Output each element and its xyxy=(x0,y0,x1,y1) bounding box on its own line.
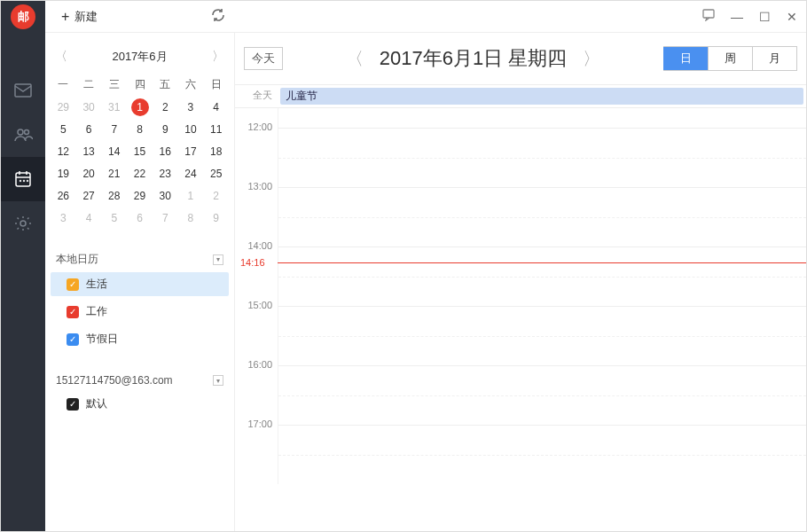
minical-day[interactable]: 8 xyxy=(127,118,153,140)
calendar-label: 生活 xyxy=(86,277,107,292)
minical-day[interactable]: 2 xyxy=(153,96,178,118)
minimize-button[interactable]: — xyxy=(731,10,743,24)
minical-day[interactable]: 18 xyxy=(203,140,229,162)
view-month[interactable]: 月 xyxy=(752,47,796,70)
nav-calendar[interactable] xyxy=(1,157,45,201)
minical-day[interactable]: 1 xyxy=(178,184,204,207)
minical-day[interactable]: 22 xyxy=(127,162,153,184)
weekday-header: 日 xyxy=(203,74,229,96)
minical-day[interactable]: 24 xyxy=(178,162,204,184)
hour-label: 16:00 xyxy=(235,359,278,419)
allday-event[interactable]: 儿童节 xyxy=(280,88,803,105)
minical-day[interactable]: 4 xyxy=(76,207,102,229)
checkbox-icon: ✓ xyxy=(67,333,79,346)
minical-day[interactable]: 21 xyxy=(101,162,127,184)
minical-day[interactable]: 8 xyxy=(178,207,204,229)
calendar-item[interactable]: ✓生活 xyxy=(51,272,229,296)
weekday-header: 六 xyxy=(178,74,204,96)
minical-next[interactable]: 〉 xyxy=(212,49,224,65)
chevron-down-icon[interactable]: ▾ xyxy=(213,375,223,386)
minical-day[interactable]: 20 xyxy=(76,162,102,184)
now-label: 14:16 xyxy=(240,257,265,268)
minical-day[interactable]: 26 xyxy=(51,184,76,207)
minical-day[interactable]: 9 xyxy=(203,207,229,229)
minical-day[interactable]: 13 xyxy=(76,140,102,162)
minical-day[interactable]: 2 xyxy=(203,184,229,207)
hour-label: 11:00 xyxy=(235,108,278,121)
minical-day[interactable]: 11 xyxy=(203,118,229,140)
hour-cell[interactable] xyxy=(278,306,806,365)
minical-day[interactable]: 25 xyxy=(203,162,229,184)
minical-day[interactable]: 3 xyxy=(51,207,76,229)
minical-day[interactable]: 29 xyxy=(127,184,153,207)
calendar-label: 默认 xyxy=(86,396,107,411)
svg-rect-0 xyxy=(15,84,31,97)
chevron-down-icon[interactable]: ▾ xyxy=(213,254,223,265)
minical-day[interactable]: 1 xyxy=(127,96,153,118)
minical-day[interactable]: 7 xyxy=(153,207,178,229)
minical-day[interactable]: 16 xyxy=(153,140,178,162)
maximize-button[interactable]: ☐ xyxy=(759,10,771,24)
refresh-button[interactable] xyxy=(211,8,225,25)
minical-day[interactable]: 29 xyxy=(51,96,76,118)
minical-day[interactable]: 17 xyxy=(178,140,204,162)
calendar-item[interactable]: ✓工作 xyxy=(51,300,229,324)
hour-cell[interactable] xyxy=(278,108,806,128)
calendar-item[interactable]: ✓默认 xyxy=(51,392,229,416)
minical-day[interactable]: 12 xyxy=(51,140,76,162)
minical-day[interactable]: 7 xyxy=(101,118,127,140)
day-prev[interactable]: 〈 xyxy=(346,47,364,71)
minical-day[interactable]: 30 xyxy=(153,184,178,207)
nav-settings[interactable] xyxy=(1,201,45,246)
hour-cell[interactable] xyxy=(278,246,806,306)
view-week[interactable]: 周 xyxy=(708,47,752,70)
minical-day[interactable]: 9 xyxy=(153,118,178,140)
minical-day[interactable]: 28 xyxy=(101,184,127,207)
hour-label: 12:00 xyxy=(235,121,278,181)
checkbox-icon: ✓ xyxy=(67,306,79,318)
feedback-icon[interactable] xyxy=(702,9,715,24)
minical-day[interactable]: 30 xyxy=(76,96,102,118)
checkbox-icon: ✓ xyxy=(67,398,79,411)
minical-day[interactable]: 5 xyxy=(101,207,127,229)
minical-prev[interactable]: 〈 xyxy=(55,49,67,65)
hour-cell[interactable] xyxy=(278,365,806,425)
minical-day[interactable]: 23 xyxy=(153,162,178,184)
minical-day[interactable]: 19 xyxy=(51,162,76,184)
app-logo: 邮 xyxy=(1,1,45,33)
hour-cell[interactable] xyxy=(278,425,806,484)
weekday-header: 一 xyxy=(51,74,76,96)
hour-cell[interactable] xyxy=(278,128,806,187)
account-cal-header[interactable]: 15127114750@163.com ▾ xyxy=(51,372,229,388)
minical-day[interactable]: 31 xyxy=(101,96,127,118)
hours-area[interactable]: 11:0012:0013:0014:0015:0016:0017:00 14:1… xyxy=(235,108,806,531)
minical-day[interactable]: 6 xyxy=(76,118,102,140)
minical-day[interactable]: 14 xyxy=(101,140,127,162)
hour-cell[interactable] xyxy=(278,187,806,246)
hour-label: 13:00 xyxy=(235,181,278,240)
new-label: 新建 xyxy=(74,9,98,25)
view-day[interactable]: 日 xyxy=(663,47,708,70)
minical-day[interactable]: 4 xyxy=(203,96,229,118)
calendar-label: 工作 xyxy=(86,304,107,319)
weekday-header: 二 xyxy=(76,74,102,96)
minical-day[interactable]: 10 xyxy=(178,118,204,140)
day-view: 今天 〈 2017年6月1日 星期四 〉 日 周 月 全天 儿童节 xyxy=(235,33,806,531)
day-next[interactable]: 〉 xyxy=(583,47,600,71)
svg-point-8 xyxy=(23,180,25,182)
today-button[interactable]: 今天 xyxy=(244,47,283,70)
minical-day[interactable]: 5 xyxy=(51,118,76,140)
minical-day[interactable]: 15 xyxy=(127,140,153,162)
minical-day[interactable]: 6 xyxy=(127,207,153,229)
calendar-item[interactable]: ✓节假日 xyxy=(51,327,229,351)
close-button[interactable]: ✕ xyxy=(787,10,797,24)
local-cal-header[interactable]: 本地日历 ▾ xyxy=(51,250,229,269)
new-button[interactable]: + 新建 xyxy=(54,5,105,28)
hour-label: 17:00 xyxy=(235,419,278,478)
minical-day[interactable]: 3 xyxy=(178,96,204,118)
nav-contacts[interactable] xyxy=(1,113,45,157)
minical-day[interactable]: 27 xyxy=(76,184,102,207)
weekday-header: 五 xyxy=(153,74,178,96)
nav-mail[interactable] xyxy=(1,68,45,113)
topbar: + 新建 — ☐ ✕ xyxy=(45,1,806,33)
